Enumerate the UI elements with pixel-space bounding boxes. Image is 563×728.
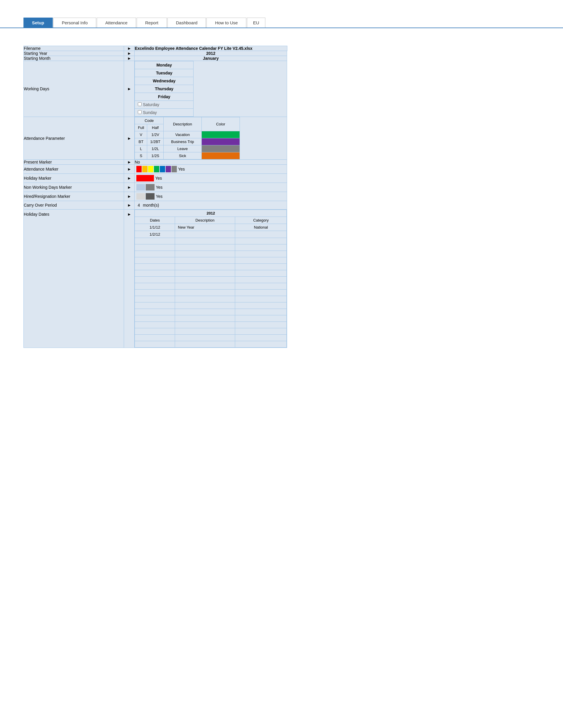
holiday-date-1[interactable]: 1/1/12 (135, 224, 175, 231)
table-row (135, 328, 287, 335)
tab-personal-info[interactable]: Personal Info (53, 18, 96, 28)
nonworking-marker-arrow: ► (124, 183, 135, 192)
attendance-marker-label: Attendance Marker (24, 165, 124, 174)
filename-label: Filename (24, 46, 124, 51)
table-row (135, 296, 287, 302)
hired-marker-arrow: ► (124, 192, 135, 201)
attendance-marker-arrow: ► (124, 165, 135, 174)
tab-how-to-use[interactable]: How to Use (206, 18, 246, 28)
wednesday-cell[interactable]: Wednesday (135, 77, 193, 85)
holiday-column-headers: Dates Description Category (135, 217, 287, 224)
tab-eu[interactable]: EU (247, 18, 265, 28)
holiday-marker-text[interactable]: Yes (155, 176, 162, 181)
sick-full-code[interactable]: S (135, 152, 147, 159)
attendance-param-label: Attendance Parameter (24, 117, 124, 160)
filename-arrow: ► (124, 46, 135, 51)
vacation-full-code[interactable]: V (135, 131, 147, 138)
carry-over-number[interactable]: 4 (137, 203, 140, 207)
working-days-row: Working Days ► Monday Tuesday Wednesday … (24, 61, 288, 117)
holiday-cat-2[interactable] (235, 231, 287, 238)
table-row (135, 335, 287, 341)
bt-full-code[interactable]: BT (135, 138, 147, 145)
holiday-desc-1[interactable]: New Year (175, 224, 235, 231)
tab-report[interactable]: Report (137, 18, 167, 28)
attendance-marker-value: Yes (135, 165, 287, 174)
working-days-table: Monday Tuesday Wednesday Thursday Friday (135, 61, 193, 117)
table-row (135, 322, 287, 328)
attendance-marker-stripes (136, 166, 177, 172)
carry-over-value: 4 month(s) (135, 201, 287, 210)
list-item: Sunday (135, 109, 193, 117)
list-item: Thursday (135, 85, 193, 93)
form-table: Filename ► Excelindo Employee Attendance… (23, 46, 288, 348)
stripe-red (136, 166, 142, 172)
table-row (135, 257, 287, 264)
sunday-cell[interactable]: Sunday (135, 109, 193, 117)
holiday-year-cell: 2012 (135, 210, 287, 217)
hired-stripe-light (136, 193, 145, 200)
holiday-desc-2[interactable] (175, 231, 235, 238)
nonwork-stripe-gray (146, 184, 154, 190)
table-row (135, 277, 287, 283)
table-row (135, 270, 287, 277)
tab-attendance[interactable]: Attendance (97, 18, 136, 28)
friday-cell[interactable]: Friday (135, 93, 193, 101)
present-marker-value[interactable]: No (135, 160, 287, 165)
starting-month-label: Starting Month (24, 56, 124, 61)
table-row (135, 341, 287, 348)
filename-value: Excelindo Employee Attendance Calendar F… (135, 46, 288, 51)
carry-over-label: Carry Over Period (24, 201, 124, 210)
holiday-date-2[interactable]: 1/2/12 (135, 231, 175, 238)
starting-month-arrow: ► (124, 56, 135, 61)
tab-setup[interactable]: Setup (23, 18, 53, 28)
attendance-table: Code Description Color Full Half V 1/2V … (135, 117, 240, 159)
hired-marker-label: Hired/Resignation Marker (24, 192, 124, 201)
saturday-cell[interactable]: Saturday (135, 101, 193, 109)
bt-half-code[interactable]: 1/2BT (147, 138, 164, 145)
attendance-header-row: Code Description Color (135, 117, 240, 124)
holiday-category-header: Category (235, 217, 287, 224)
list-item: Friday (135, 93, 193, 101)
nav-bar: Setup Personal Info Attendance Report Da… (0, 0, 563, 28)
saturday-checkbox[interactable] (138, 102, 142, 106)
present-marker-arrow: ► (124, 160, 135, 165)
stripe-gray (171, 166, 177, 172)
list-item: Tuesday (135, 69, 193, 77)
carry-over-arrow: ► (124, 201, 135, 210)
holiday-entry-1: 1/1/12 New Year National (135, 224, 287, 231)
monday-cell[interactable]: Monday (135, 61, 193, 69)
starting-year-value[interactable]: 2012 (135, 51, 287, 56)
holiday-cat-1[interactable]: National (235, 224, 287, 231)
table-row (135, 315, 287, 322)
sick-half-code[interactable]: 1/2S (147, 152, 164, 159)
holiday-dates-label: Holiday Dates (24, 210, 124, 348)
hired-marker-value: Yes (135, 192, 287, 201)
vacation-half-code[interactable]: 1/2V (147, 131, 164, 138)
nonwork-stripe-blue (136, 184, 145, 190)
nonworking-marker-text[interactable]: Yes (156, 185, 162, 190)
holiday-marker-row: Holiday Marker ► Yes (24, 174, 288, 183)
stripe-yellow (148, 166, 153, 172)
sunday-checkbox[interactable] (138, 110, 142, 114)
leave-full-code[interactable]: L (135, 145, 147, 152)
table-row (135, 302, 287, 309)
leave-half-code[interactable]: 1/2L (147, 145, 164, 152)
thursday-cell[interactable]: Thursday (135, 85, 193, 93)
stripe-blue (160, 166, 165, 172)
table-row (135, 264, 287, 270)
vacation-description: Vacation (164, 131, 202, 138)
starting-month-value[interactable]: January (135, 56, 287, 61)
tuesday-cell[interactable]: Tuesday (135, 69, 193, 77)
vacation-color (202, 131, 240, 138)
list-item: Saturday (135, 101, 193, 109)
starting-month-row: Starting Month ► January (24, 56, 288, 61)
tab-dashboard[interactable]: Dashboard (167, 18, 206, 28)
hired-marker-text[interactable]: Yes (156, 194, 162, 199)
starting-year-row: Starting Year ► 2012 (24, 51, 288, 56)
sick-description: Sick (164, 152, 202, 159)
attendance-marker-text[interactable]: Yes (178, 167, 185, 171)
holiday-marker-stripes (136, 175, 154, 181)
leave-description: Leave (164, 145, 202, 152)
nonworking-marker-row: Non Working Days Marker ► Yes (24, 183, 288, 192)
table-row (135, 244, 287, 251)
